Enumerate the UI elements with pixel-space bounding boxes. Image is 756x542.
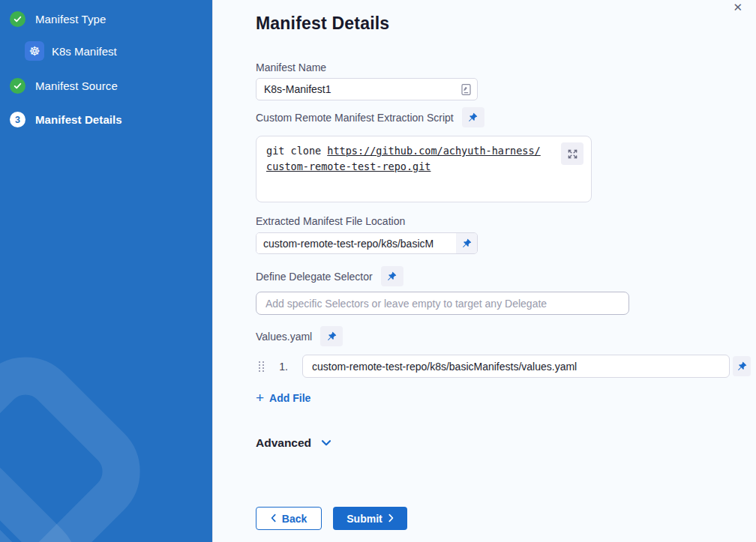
sidebar-substep-k8s-manifest[interactable]: ☸ K8s Manifest [25,41,212,61]
step-number-badge: 3 [10,112,26,127]
pin-icon[interactable] [381,266,404,286]
pin-icon[interactable] [456,233,477,253]
back-button[interactable]: Back [256,507,322,530]
chevron-right-icon [388,513,394,525]
extracted-location-input[interactable] [256,233,456,253]
substep-label: K8s Manifest [52,45,117,58]
manifest-details-panel: ✕ Manifest Details Manifest Name Custom … [212,0,756,542]
sidebar-step-manifest-source[interactable]: Manifest Source [0,78,212,94]
manifest-name-label: Manifest Name [256,61,756,73]
advanced-toggle[interactable]: Advanced [256,436,332,450]
delegate-selector-input[interactable] [256,292,629,315]
extraction-script-editor[interactable]: git clone https://github.com/achyuth-har… [256,136,592,202]
kubernetes-icon: ☸ [25,41,44,61]
extraction-script-label: Custom Remote Manifest Extraction Script [256,112,454,124]
sidebar-step-manifest-type[interactable]: Manifest Type [0,11,212,27]
drag-handle-icon[interactable] [258,361,265,372]
check-icon [10,78,26,94]
values-file-row: 1. [256,355,751,378]
chevron-down-icon [321,438,332,449]
step-label: Manifest Details [35,113,122,126]
pin-icon[interactable] [320,326,343,346]
wizard-footer: Back Submit [256,507,407,530]
sidebar-step-manifest-details[interactable]: 3 Manifest Details [0,112,212,127]
script-code: git clone https://github.com/achyuth-har… [266,143,544,175]
extracted-location-field [256,232,478,254]
plus-icon: + [256,393,264,403]
add-file-button[interactable]: + Add File [256,392,310,404]
step-label: Manifest Type [35,13,106,25]
delegate-selector-label: Define Delegate Selector [256,271,373,283]
page-title: Manifest Details [256,13,756,34]
submit-button[interactable]: Submit [333,507,407,530]
step-label: Manifest Source [35,79,118,92]
values-yaml-label: Values.yaml [256,331,312,343]
chevron-left-icon [271,513,276,525]
expand-icon[interactable] [561,142,584,165]
values-file-path-input[interactable] [302,355,730,378]
row-index: 1. [274,361,288,373]
close-icon[interactable]: ✕ [730,0,746,16]
pin-icon[interactable] [462,107,484,127]
advanced-label: Advanced [256,436,311,450]
extracted-location-label: Extracted Manifest File Location [256,215,756,227]
wizard-sidebar: Manifest Type ☸ K8s Manifest Manifest So… [0,0,212,542]
manifest-name-input[interactable] [256,78,478,100]
add-file-label: Add File [269,392,310,404]
check-icon [10,11,26,27]
back-button-label: Back [282,513,307,525]
manifest-name-field-wrap [256,78,478,100]
pin-icon[interactable] [733,356,751,376]
submit-button-label: Submit [346,513,382,525]
